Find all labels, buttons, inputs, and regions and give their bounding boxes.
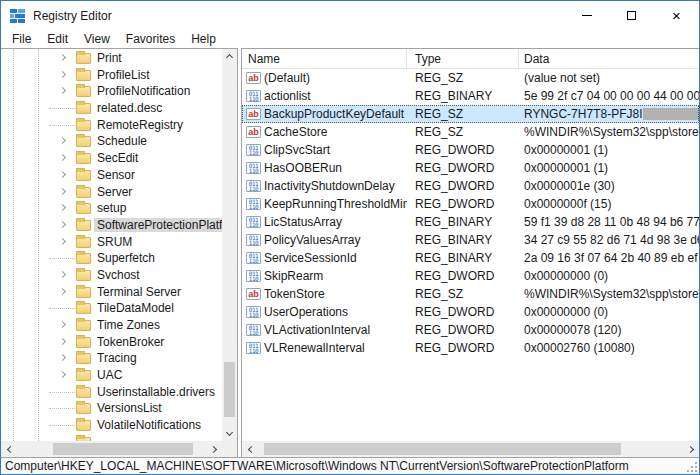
chevron-right-icon[interactable] (60, 372, 65, 377)
value-type: REG_DWORD (407, 177, 519, 195)
chevron-right-icon[interactable] (60, 88, 65, 93)
menu-edit[interactable]: Edit (39, 31, 76, 47)
tree-item-label: Time Zones (94, 318, 163, 333)
tree-item[interactable]: SRUM (1, 234, 222, 251)
chevron-right-icon[interactable] (60, 222, 65, 227)
chevron-right-icon[interactable] (60, 339, 65, 344)
tree-item[interactable]: Userinstallable.drivers (1, 384, 222, 401)
chevron-right-icon[interactable] (60, 172, 65, 177)
scrollbar-thumb[interactable] (53, 443, 193, 455)
registry-value-row[interactable]: 011110 PolicyValuesArray REG_BINARY 34 2… (242, 231, 699, 249)
tree-item-label: ProfileList (94, 68, 153, 83)
chevron-right-icon[interactable] (60, 189, 65, 194)
value-type: REG_SZ (407, 69, 519, 87)
tree-item[interactable]: Schedule (1, 133, 222, 150)
binary-value-icon: 011110 (246, 198, 261, 210)
chevron-right-icon[interactable] (60, 272, 65, 277)
tree-vertical-scrollbar[interactable] (222, 49, 237, 441)
tree-item[interactable]: TileDataModel (1, 300, 222, 317)
menu-file[interactable]: File (4, 31, 39, 47)
tree-item[interactable]: Terminal Server (1, 284, 222, 301)
tree-item[interactable]: TokenBroker (1, 334, 222, 351)
registry-value-row[interactable]: 011110 KeepRunningThresholdMins REG_DWOR… (242, 195, 699, 213)
registry-value-row[interactable]: 011110 ServiceSessionId REG_BINARY 2a 09… (242, 249, 699, 267)
registry-value-row[interactable]: ab (Default) REG_SZ (value not set) (242, 69, 699, 87)
tree-item[interactable] (1, 434, 222, 441)
column-header-data[interactable]: Data (519, 49, 699, 68)
tree-item[interactable]: SoftwareProtectionPlatform (1, 217, 222, 234)
tree-item[interactable]: Server (1, 184, 222, 201)
value-name: VLRenewalInterval (264, 341, 365, 355)
folder-icon (76, 86, 91, 97)
tree-item[interactable]: VolatileNotifications (1, 417, 222, 434)
registry-value-row[interactable]: ab BackupProductKeyDefault REG_SZ RYNGC-… (242, 105, 699, 123)
registry-value-row[interactable]: ab TokenStore REG_SZ %WINDIR%\System32\s… (242, 285, 699, 303)
tree-item[interactable]: setup (1, 200, 222, 217)
registry-icon[interactable] (10, 9, 26, 23)
chevron-right-icon[interactable] (60, 138, 65, 143)
tree-item[interactable]: Tracing (1, 350, 222, 367)
folder-icon (76, 136, 91, 147)
menu-help[interactable]: Help (183, 31, 224, 47)
close-button[interactable]: × (654, 1, 699, 30)
scroll-left-icon[interactable] (1, 441, 17, 457)
scroll-up-icon[interactable] (222, 49, 237, 64)
tree-item[interactable]: Sensor (1, 167, 222, 184)
maximize-button[interactable] (609, 1, 654, 30)
resize-grip-icon[interactable] (695, 462, 697, 464)
registry-value-row[interactable]: 011110 SkipRearm REG_DWORD 0x00000000 (0… (242, 267, 699, 285)
tree-item[interactable]: Superfetch (1, 250, 222, 267)
tree-item[interactable]: ProfileNotification (1, 83, 222, 100)
registry-value-row[interactable]: ab CacheStore REG_SZ %WINDIR%\System32\s… (242, 123, 699, 141)
binary-value-icon: 011110 (246, 90, 261, 102)
scroll-right-icon[interactable] (206, 441, 222, 457)
scroll-right-icon[interactable] (683, 441, 699, 457)
string-value-icon: ab (246, 72, 261, 84)
registry-value-row[interactable]: 011110 VLActivationInterval REG_DWORD 0x… (242, 321, 699, 339)
tree-item[interactable]: RemoteRegistry (1, 117, 222, 134)
value-name: ClipSvcStart (264, 143, 330, 157)
registry-value-row[interactable]: 011110 VLRenewalInterval REG_DWORD 0x000… (242, 339, 699, 357)
tree-item[interactable]: VersionsList (1, 400, 222, 417)
chevron-right-icon[interactable] (60, 205, 65, 210)
chevron-right-icon[interactable] (60, 155, 65, 160)
scrollbar-thumb[interactable] (224, 362, 235, 417)
folder-icon (76, 237, 91, 248)
registry-value-row[interactable]: 011110 actionlist REG_BINARY 5e 99 2f c7… (242, 87, 699, 105)
scrollbar-thumb[interactable] (264, 443, 621, 455)
registry-value-row[interactable]: 011110 LicStatusArray REG_BINARY 59 f1 3… (242, 213, 699, 231)
chevron-right-icon[interactable] (60, 72, 65, 77)
tree-item[interactable]: ProfileList (1, 67, 222, 84)
minimize-button[interactable] (564, 1, 609, 30)
folder-icon (76, 287, 91, 298)
registry-value-row[interactable]: 011110 HasOOBERun REG_DWORD 0x00000001 (… (242, 159, 699, 177)
chevron-right-icon[interactable] (60, 289, 65, 294)
chevron-right-icon[interactable] (60, 239, 65, 244)
tree-leaf-connector (49, 392, 75, 393)
registry-value-row[interactable]: 011110 ClipSvcStart REG_DWORD 0x00000001… (242, 141, 699, 159)
tree-leaf-connector (49, 408, 75, 409)
registry-value-row[interactable]: 011110 UserOperations REG_DWORD 0x000000… (242, 303, 699, 321)
value-name: SkipRearm (264, 269, 323, 283)
tree-horizontal-scrollbar[interactable] (1, 441, 222, 457)
value-name: CacheStore (264, 125, 327, 139)
tree-item[interactable]: related.desc (1, 100, 222, 117)
menu-favorites[interactable]: Favorites (118, 31, 183, 47)
registry-value-row[interactable]: 011110 InactivityShutdownDelay REG_DWORD… (242, 177, 699, 195)
column-header-name[interactable]: Name (242, 49, 407, 68)
chevron-right-icon[interactable] (60, 55, 65, 60)
list-horizontal-scrollbar[interactable] (242, 441, 699, 457)
value-type: REG_DWORD (407, 303, 519, 321)
tree-item[interactable]: Print (1, 50, 222, 67)
menu-view[interactable]: View (76, 31, 118, 47)
tree-item[interactable]: Time Zones (1, 317, 222, 334)
chevron-right-icon[interactable] (60, 355, 65, 360)
scroll-down-icon[interactable] (222, 426, 237, 441)
binary-value-icon: 011110 (246, 252, 261, 264)
tree-item[interactable]: SecEdit (1, 150, 222, 167)
chevron-right-icon[interactable] (60, 322, 65, 327)
tree-item[interactable]: Svchost (1, 267, 222, 284)
column-header-type[interactable]: Type (407, 49, 519, 68)
tree-item[interactable]: UAC (1, 367, 222, 384)
scroll-left-icon[interactable] (242, 441, 258, 457)
